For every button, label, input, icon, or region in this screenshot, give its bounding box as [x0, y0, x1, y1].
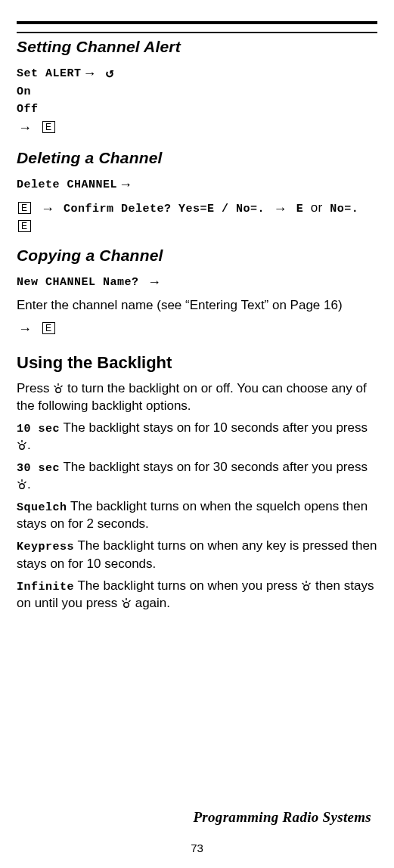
svg-line-11 [24, 482, 26, 483]
setting-channel-alert-block: Set ALERT→ ↺ On Off → E [17, 64, 377, 138]
svg-line-14 [302, 583, 304, 584]
arrow-icon: → [274, 199, 288, 219]
e-key-icon: E [18, 220, 31, 232]
svg-line-18 [122, 600, 123, 602]
opt-text-b: . [27, 477, 31, 491]
arrow-icon: → [41, 199, 55, 219]
svg-point-16 [124, 603, 129, 607]
set-alert-label: Set ALERT [17, 67, 82, 80]
top-rule-thick [17, 21, 377, 24]
svg-line-7 [24, 442, 26, 444]
opt-label: 30 sec [17, 462, 60, 475]
heading-setting-channel-alert: Setting Channel Alert [17, 38, 377, 56]
light-icon [121, 598, 132, 609]
confirm-yes: E [296, 203, 304, 215]
intro-a: Press [17, 381, 53, 395]
backlight-intro: Press to turn the backlight on or off. Y… [17, 380, 377, 415]
intro-b: to turn the backlight on or off. You can… [17, 381, 367, 413]
opt-text-b: . [27, 438, 31, 452]
copying-channel-instruction: Enter the channel name (see “Entering Te… [17, 297, 377, 315]
inf-c: again. [132, 596, 170, 610]
svg-line-6 [18, 442, 20, 444]
confirm-delete-text: Confirm Delete? Yes=E / No=. [64, 203, 265, 215]
opt-label: Squelch [17, 501, 67, 514]
light-icon [17, 479, 27, 490]
deleting-channel-block: Delete CHANNEL→ E → Confirm Delete? Yes=… [17, 175, 377, 236]
e-key-icon: E [42, 121, 55, 133]
svg-point-12 [304, 584, 309, 589]
arrow-icon: → [83, 64, 98, 84]
heading-copying-channel: Copying a Channel [17, 246, 377, 265]
confirm-no: No=. [330, 203, 358, 215]
option-on: On [17, 84, 377, 101]
backlight-opt-squelch: Squelch The backlight turns on when the … [17, 498, 377, 533]
inf-a: The backlight turns on when you press [74, 578, 301, 593]
light-icon [17, 440, 27, 451]
arrow-icon: → [147, 272, 162, 293]
svg-point-4 [20, 445, 24, 449]
reload-icon: ↺ [106, 64, 114, 84]
svg-line-2 [54, 386, 56, 387]
opt-label: Infinite [17, 581, 74, 594]
light-icon [301, 581, 312, 591]
option-off: Off [17, 101, 377, 119]
new-channel-name-label: New CHANNEL Name? [17, 277, 139, 290]
svg-point-0 [56, 388, 60, 392]
e-key-icon: E [18, 202, 31, 214]
backlight-opt-keypress: Keypress The backlight turns on when any… [17, 538, 377, 572]
delete-channel-label: Delete CHANNEL [17, 178, 117, 191]
opt-text-a: The backlight turns on when the squelch … [17, 499, 368, 531]
backlight-opt-30sec: 30 sec The backlight stays on for 30 sec… [17, 459, 377, 494]
heading-deleting-channel: Deleting a Channel [17, 149, 377, 167]
opt-text-a: The backlight stays on for 30 seconds af… [60, 460, 368, 474]
copying-channel-block: New CHANNEL Name? → Enter the channel na… [17, 272, 377, 339]
svg-line-15 [309, 583, 310, 584]
top-rule-thin [17, 32, 377, 33]
backlight-opt-infinite: Infinite The backlight turns on when you… [17, 578, 377, 612]
footer-section-title: Programming Radio Systems [193, 809, 371, 826]
svg-line-19 [129, 600, 130, 602]
svg-line-10 [18, 482, 20, 483]
opt-text-a: The backlight stays on for 10 seconds af… [60, 420, 368, 435]
svg-point-8 [20, 484, 24, 488]
or-word: or [311, 200, 323, 215]
light-icon [53, 383, 64, 394]
backlight-opt-10sec: 10 sec The backlight stays on for 10 sec… [17, 420, 377, 454]
page-number: 73 [0, 842, 394, 854]
e-key-icon: E [42, 322, 55, 334]
arrow-icon: → [119, 175, 133, 195]
opt-label: Keypress [17, 541, 74, 553]
opt-label: 10 sec [17, 423, 60, 436]
arrow-icon: → [18, 319, 33, 339]
heading-using-backlight: Using the Backlight [17, 353, 377, 373]
svg-line-3 [60, 386, 62, 387]
arrow-icon: → [18, 118, 33, 138]
